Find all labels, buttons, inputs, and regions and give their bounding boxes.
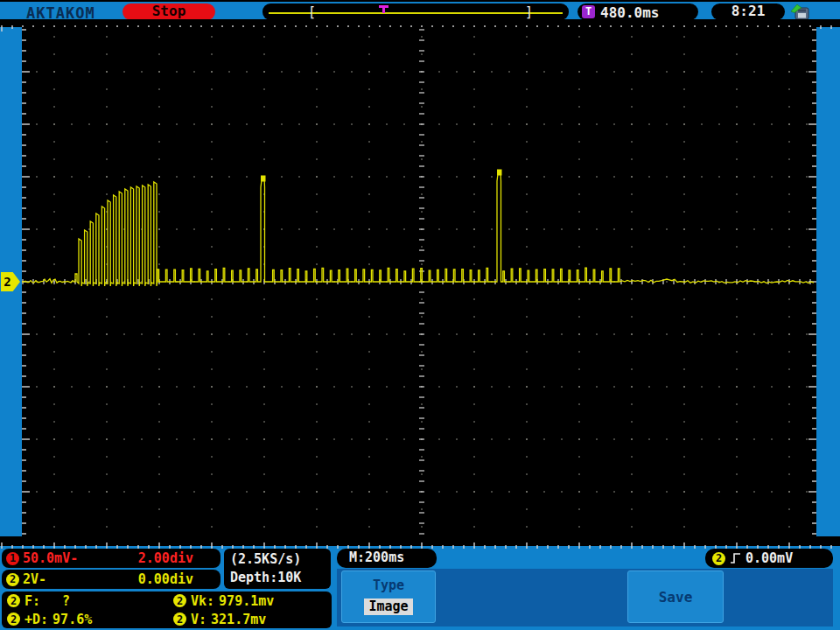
record-window-strip: [ ]	[262, 4, 569, 20]
sample-rate: (2.5KS/s)	[230, 550, 325, 569]
measurement-channel-badge: 2	[7, 612, 20, 626]
rising-edge-icon	[730, 551, 741, 565]
measurement-label: F:	[24, 593, 58, 609]
measurement-frequency: 2 F: ?	[2, 593, 168, 609]
channel2-badge: 2	[6, 573, 19, 586]
measurement-channel-badge: 2	[173, 594, 186, 607]
measurement-value: 979.1mv	[219, 593, 274, 609]
measurement-value: ?	[62, 593, 70, 609]
measurement-label: V:	[191, 612, 206, 627]
soft-menu-strip: Type Image Save	[337, 569, 833, 626]
usb-storage-icon	[790, 4, 811, 20]
save-label: Save	[628, 589, 723, 606]
measurement-duty: 2 +D: 97.6%	[2, 612, 168, 627]
measurement-value: 97.6%	[52, 612, 92, 627]
channel1-position: 2.00div	[138, 550, 193, 566]
save-button[interactable]: Save	[627, 570, 724, 623]
window-bracket-left: [	[308, 4, 316, 20]
waveform-display	[22, 27, 816, 536]
trigger-level-pill: 2 0.00mV	[705, 549, 833, 568]
measurement-channel-badge: 2	[7, 594, 20, 607]
trigger-channel-badge: 2	[712, 552, 725, 565]
waveform-svg	[22, 27, 816, 536]
measurement-v: 2 V: 321.7mv	[168, 612, 332, 627]
clock: 8:21	[711, 4, 785, 20]
horizontal-ruler-bottom	[0, 536, 840, 546]
measurement-label: Vk:	[191, 593, 214, 609]
record-depth: Depth:10K	[230, 569, 325, 587]
run-state-indicator: Stop	[122, 4, 215, 20]
channel2-position: 0.00div	[138, 571, 193, 587]
channel1-scale: 50.0mV-	[23, 550, 78, 566]
measurement-label: +D:	[24, 612, 48, 627]
top-status-bar: AKTAKOM Stop [ ] T 480.0ms 8:21	[0, 0, 840, 19]
measurement-channel-badge: 2	[173, 612, 186, 626]
timebase-pill: M:200ms	[337, 549, 437, 568]
channel1-info-box: 1 50.0mV- 2.00div	[2, 549, 220, 568]
channel2-scale: 2V-	[23, 571, 46, 587]
measurements-box: 2 F: ? 2 Vk: 979.1mv 2 +D: 97.6% 2 V: 32…	[2, 592, 332, 628]
type-button[interactable]: Type Image	[341, 570, 436, 623]
trigger-position-marker-icon	[379, 5, 388, 13]
window-bracket-right: ]	[525, 4, 533, 20]
trigger-t-icon: T	[582, 5, 595, 18]
measurement-value: 321.7mv	[211, 612, 266, 627]
type-label: Type	[342, 578, 435, 593]
trigger-time-pill: T 480.0ms	[578, 4, 698, 20]
horizontal-ruler-top	[0, 19, 840, 27]
channel2-info-box: 2 2V- 0.00div	[2, 570, 220, 589]
channel2-position-marker: 2	[1, 272, 20, 291]
acquisition-info-box: (2.5KS/s) Depth:10K	[224, 549, 331, 589]
trigger-level-value: 0.00mV	[746, 550, 793, 566]
type-value-image[interactable]: Image	[364, 598, 412, 615]
channel1-badge: 1	[6, 552, 19, 565]
measurement-vk: 2 Vk: 979.1mv	[168, 593, 332, 609]
